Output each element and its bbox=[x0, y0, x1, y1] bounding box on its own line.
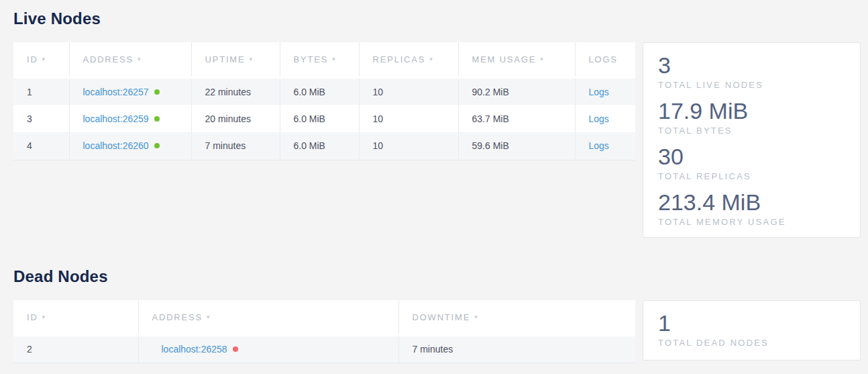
column-header-address[interactable]: ADDRESS▾ bbox=[138, 300, 398, 335]
stat-value: 17.9 MiB bbox=[658, 97, 848, 124]
node-logs-cell: Logs bbox=[575, 132, 635, 160]
dead-table-header-row: ID▾ ADDRESS▾ DOWNTIME▾ bbox=[13, 300, 635, 335]
node-id-cell: 4 bbox=[13, 132, 69, 160]
node-replicas-cell: 10 bbox=[359, 105, 458, 132]
node-id-cell: 1 bbox=[13, 77, 69, 105]
node-uptime-cell: 22 minutes bbox=[191, 77, 280, 105]
stat-label: TOTAL BYTES bbox=[658, 126, 848, 136]
node-bytes-cell: 6.0 MiB bbox=[280, 132, 359, 160]
node-mem-usage-cell: 59.6 MiB bbox=[458, 132, 575, 160]
stat-total-bytes: 17.9 MiB TOTAL BYTES bbox=[658, 97, 848, 136]
column-header-label: ID bbox=[27, 312, 38, 322]
node-mem-usage-cell: 90.2 MiB bbox=[458, 77, 575, 105]
dead-nodes-section: ID▾ ADDRESS▾ DOWNTIME▾ 2 localhost:26258… bbox=[13, 300, 861, 363]
healthy-status-icon bbox=[154, 89, 160, 95]
column-header-replicas[interactable]: REPLICAS▾ bbox=[359, 42, 458, 77]
node-address-cell: localhost:26257 bbox=[69, 77, 191, 105]
node-bytes-cell: 6.0 MiB bbox=[280, 77, 359, 105]
sort-arrow-icon: ▾ bbox=[42, 56, 46, 62]
node-address-cell: localhost:26259 bbox=[69, 105, 191, 132]
column-header-label: MEM USAGE bbox=[472, 54, 537, 64]
stat-label: TOTAL REPLICAS bbox=[658, 171, 848, 182]
live-nodes-summary-card: 3 TOTAL LIVE NODES 17.9 MiB TOTAL BYTES … bbox=[643, 42, 861, 238]
healthy-status-icon bbox=[154, 143, 160, 148]
live-nodes-section: ID▾ ADDRESS▾ UPTIME▾ BYTES▾ REPLICAS▾ ME… bbox=[13, 42, 861, 238]
healthy-status-icon bbox=[154, 116, 160, 122]
logs-link[interactable]: Logs bbox=[589, 113, 609, 124]
stat-value: 1 bbox=[658, 310, 848, 336]
live-node-row: 4 localhost:26260 7 minutes 6.0 MiB 10 5… bbox=[13, 132, 635, 160]
node-uptime-cell: 7 minutes bbox=[191, 132, 280, 160]
cluster-nodes-page: Live Nodes ID▾ ADDRESS▾ UPTIME▾ BYTES▾ R… bbox=[0, 0, 868, 363]
dead-status-icon bbox=[233, 346, 238, 352]
column-header-label: LOGS bbox=[589, 54, 618, 64]
node-address-link[interactable]: localhost:26258 bbox=[162, 344, 227, 355]
sort-arrow-icon: ▾ bbox=[429, 56, 433, 62]
column-header-downtime[interactable]: DOWNTIME▾ bbox=[398, 300, 635, 335]
stat-total-dead-nodes: 1 TOTAL DEAD NODES bbox=[658, 310, 848, 348]
node-address-link[interactable]: localhost:26259 bbox=[83, 113, 149, 124]
column-header-label: ADDRESS bbox=[83, 54, 133, 64]
sort-arrow-icon: ▾ bbox=[42, 314, 46, 320]
node-id-cell: 2 bbox=[13, 335, 138, 363]
column-header-label: REPLICAS bbox=[373, 54, 426, 64]
node-logs-cell: Logs bbox=[575, 77, 635, 105]
stat-label: TOTAL LIVE NODES bbox=[658, 80, 848, 91]
column-header-label: BYTES bbox=[294, 54, 329, 64]
dead-node-row: 2 localhost:26258 7 minutes bbox=[13, 335, 635, 363]
sort-arrow-icon: ▾ bbox=[138, 56, 142, 62]
column-header-label: UPTIME bbox=[205, 54, 246, 64]
node-uptime-cell: 20 minutes bbox=[191, 105, 280, 132]
node-logs-cell: Logs bbox=[575, 105, 635, 132]
node-replicas-cell: 10 bbox=[359, 132, 458, 160]
column-header-mem-usage[interactable]: MEM USAGE▾ bbox=[458, 42, 575, 77]
stat-total-memory-usage: 213.4 MiB TOTAL MEMORY USAGE bbox=[658, 189, 848, 228]
sort-arrow-icon: ▾ bbox=[249, 56, 253, 62]
stat-total-replicas: 30 TOTAL REPLICAS bbox=[658, 143, 848, 182]
sort-arrow-icon: ▾ bbox=[474, 314, 478, 320]
dead-nodes-title: Dead Nodes bbox=[13, 238, 861, 286]
live-nodes-title: Live Nodes bbox=[13, 0, 861, 28]
column-header-label: DOWNTIME bbox=[413, 312, 471, 322]
node-id-cell: 3 bbox=[13, 105, 69, 132]
logs-link[interactable]: Logs bbox=[589, 87, 609, 97]
stat-total-live-nodes: 3 TOTAL LIVE NODES bbox=[658, 52, 848, 91]
sort-arrow-icon: ▾ bbox=[207, 314, 211, 320]
node-address-cell: localhost:26258 bbox=[138, 335, 398, 363]
node-address-link[interactable]: localhost:26260 bbox=[83, 140, 149, 151]
live-nodes-table: ID▾ ADDRESS▾ UPTIME▾ BYTES▾ REPLICAS▾ ME… bbox=[13, 42, 635, 160]
dead-nodes-summary-card: 1 TOTAL DEAD NODES bbox=[643, 300, 861, 361]
stat-value: 3 bbox=[658, 52, 848, 79]
node-mem-usage-cell: 63.7 MiB bbox=[458, 105, 575, 132]
column-header-address[interactable]: ADDRESS▾ bbox=[69, 42, 191, 77]
sort-arrow-icon: ▾ bbox=[540, 56, 544, 62]
column-header-id[interactable]: ID▾ bbox=[13, 300, 138, 335]
node-address-cell: localhost:26260 bbox=[69, 132, 191, 160]
sort-arrow-icon: ▾ bbox=[332, 56, 336, 62]
column-header-label: ID bbox=[27, 54, 38, 64]
stat-value: 30 bbox=[658, 143, 848, 170]
column-header-bytes[interactable]: BYTES▾ bbox=[280, 42, 359, 77]
column-header-logs: LOGS bbox=[575, 42, 635, 77]
stat-value: 213.4 MiB bbox=[658, 189, 848, 216]
column-header-id[interactable]: ID▾ bbox=[13, 42, 69, 77]
node-address-link[interactable]: localhost:26257 bbox=[83, 87, 149, 97]
stat-label: TOTAL MEMORY USAGE bbox=[658, 217, 848, 228]
live-node-row: 1 localhost:26257 22 minutes 6.0 MiB 10 … bbox=[13, 77, 635, 105]
stat-label: TOTAL DEAD NODES bbox=[658, 338, 848, 348]
node-replicas-cell: 10 bbox=[359, 77, 458, 105]
node-downtime-cell: 7 minutes bbox=[398, 335, 635, 363]
column-header-uptime[interactable]: UPTIME▾ bbox=[191, 42, 280, 77]
node-bytes-cell: 6.0 MiB bbox=[280, 105, 359, 132]
live-node-row: 3 localhost:26259 20 minutes 6.0 MiB 10 … bbox=[13, 105, 635, 132]
live-table-header-row: ID▾ ADDRESS▾ UPTIME▾ BYTES▾ REPLICAS▾ ME… bbox=[13, 42, 635, 77]
logs-link[interactable]: Logs bbox=[589, 140, 609, 151]
dead-nodes-table: ID▾ ADDRESS▾ DOWNTIME▾ 2 localhost:26258… bbox=[13, 300, 635, 363]
column-header-label: ADDRESS bbox=[152, 312, 203, 322]
